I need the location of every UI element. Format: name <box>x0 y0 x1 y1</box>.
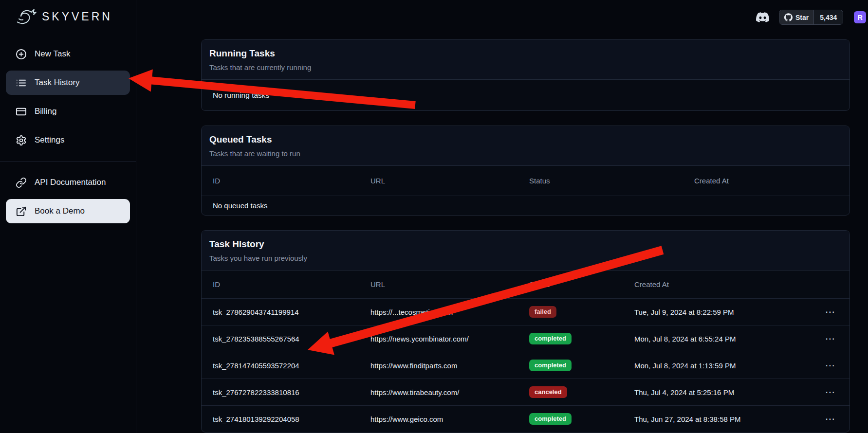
column-header-status: Status <box>529 177 694 185</box>
sidebar-item-new-task[interactable]: New Task <box>6 42 130 66</box>
task-url: https://...tecosmetics.com <box>370 308 529 316</box>
topbar-actions: Star 5,434 R S <box>756 10 868 25</box>
task-created-at: Thu, Jun 27, 2024 at 8:38:58 PM <box>634 415 825 423</box>
card-title: Queued Tasks <box>209 134 842 145</box>
task-created-at: Thu, Jul 4, 2024 at 5:25:16 PM <box>634 388 825 397</box>
skyvern-logo-icon <box>13 4 38 29</box>
column-header-id: ID <box>213 177 370 185</box>
task-created-at: Mon, Jul 8, 2024 at 6:55:24 PM <box>634 335 825 343</box>
github-star-segment: Star <box>779 10 813 24</box>
column-header-url: URL <box>370 280 529 289</box>
running-tasks-card: Running Tasks Tasks that are currently r… <box>201 39 850 111</box>
row-actions-button[interactable]: ⋯ <box>825 334 835 343</box>
task-id: tsk_278235388555267564 <box>213 335 370 343</box>
task-url: https://www.geico.com <box>370 415 529 423</box>
main-content: Running Tasks Tasks that are currently r… <box>201 39 850 433</box>
status-badge: failed <box>529 306 556 318</box>
sidebar-item-api-documentation[interactable]: API Documentation <box>6 170 130 195</box>
github-icon <box>784 13 793 21</box>
sidebar-item-label: API Documentation <box>35 178 106 187</box>
task-url: https://news.ycombinator.com/ <box>370 335 529 343</box>
queued-table-header: ID URL Status Created At <box>202 166 850 196</box>
task-id: tsk_278629043741199914 <box>213 308 370 316</box>
task-id: tsk_278147405593572204 <box>213 361 370 370</box>
sidebar-secondary-nav: API Documentation Book a Demo <box>0 170 136 223</box>
task-history-table-body: tsk_278629043741199914 https://...tecosm… <box>202 298 850 432</box>
task-id: tsk_274180139292204058 <box>213 415 370 423</box>
row-actions-button[interactable]: ⋯ <box>825 414 835 424</box>
task-id: tsk_276727822333810816 <box>213 388 370 397</box>
sidebar-divider <box>0 161 136 162</box>
column-header-created-at: Created At <box>634 280 825 289</box>
discord-icon <box>756 11 769 24</box>
link-icon <box>16 177 27 188</box>
running-tasks-empty: No running tasks <box>202 80 850 110</box>
sidebar-item-label: Task History <box>35 78 80 88</box>
running-tasks-header: Running Tasks Tasks that are currently r… <box>202 40 850 80</box>
column-header-url: URL <box>370 177 529 185</box>
task-row[interactable]: tsk_278147405593572204 https://www.findi… <box>202 352 850 379</box>
discord-button[interactable] <box>756 11 769 24</box>
queued-tasks-empty: No queued tasks <box>202 196 850 215</box>
queued-tasks-card: Queued Tasks Tasks that are waiting to r… <box>201 126 850 216</box>
user-avatar[interactable]: R <box>854 11 866 23</box>
sidebar: SKYVERN New Task Task History Billing Se… <box>0 0 136 433</box>
card-subtitle: Tasks that are currently running <box>209 63 842 72</box>
task-history-header: Task History Tasks you have run previous… <box>202 231 850 271</box>
credit-card-icon <box>16 106 27 117</box>
column-header-status: Status <box>529 280 634 289</box>
task-history-card: Task History Tasks you have run previous… <box>201 230 850 433</box>
list-icon <box>16 77 27 89</box>
sidebar-item-label: Billing <box>35 107 56 116</box>
task-url: https://www.tirabeauty.com/ <box>370 388 529 397</box>
plus-circle-icon <box>16 49 27 60</box>
queued-tasks-header: Queued Tasks Tasks that are waiting to r… <box>202 126 850 166</box>
sidebar-item-label: New Task <box>35 49 70 59</box>
github-star-count: 5,434 <box>813 10 843 24</box>
column-header-id: ID <box>213 280 370 289</box>
row-actions-button[interactable]: ⋯ <box>825 387 835 397</box>
sidebar-item-label: Settings <box>35 135 64 145</box>
status-badge: canceled <box>529 386 567 398</box>
card-title: Running Tasks <box>209 48 842 59</box>
card-subtitle: Tasks that are waiting to run <box>209 149 842 158</box>
row-actions-button[interactable]: ⋯ <box>825 361 835 370</box>
card-subtitle: Tasks you have run previously <box>209 254 842 262</box>
external-link-icon <box>16 206 27 217</box>
sidebar-item-task-history[interactable]: Task History <box>6 71 130 95</box>
sidebar-item-billing[interactable]: Billing <box>6 99 130 124</box>
row-actions-button[interactable]: ⋯ <box>825 307 835 317</box>
card-title: Task History <box>209 239 842 250</box>
status-badge: completed <box>529 360 572 371</box>
brand[interactable]: SKYVERN <box>0 0 136 29</box>
task-row[interactable]: tsk_278629043741199914 https://...tecosm… <box>202 298 850 325</box>
task-created-at: Mon, Jul 8, 2024 at 1:13:59 PM <box>634 361 825 370</box>
sidebar-item-settings[interactable]: Settings <box>6 128 130 152</box>
github-star-label: Star <box>795 14 809 21</box>
column-header-created-at: Created At <box>694 177 838 185</box>
brand-name: SKYVERN <box>42 10 112 23</box>
sidebar-item-book-a-demo[interactable]: Book a Demo <box>6 199 130 223</box>
gear-icon <box>16 135 27 146</box>
sidebar-nav: New Task Task History Billing Settings <box>0 42 136 152</box>
task-row[interactable]: tsk_278235388555267564 https://news.ycom… <box>202 325 850 352</box>
task-created-at: Tue, Jul 9, 2024 at 8:22:59 PM <box>634 308 825 316</box>
task-url: https://www.finditparts.com <box>370 361 529 370</box>
task-row[interactable]: tsk_276727822333810816 https://www.tirab… <box>202 379 850 405</box>
status-badge: completed <box>529 333 572 344</box>
status-badge: completed <box>529 413 572 425</box>
task-history-table-header: ID URL Status Created At <box>202 271 850 298</box>
task-row[interactable]: tsk_274180139292204058 https://www.geico… <box>202 405 850 432</box>
github-star-button[interactable]: Star 5,434 <box>779 10 843 25</box>
sidebar-item-label: Book a Demo <box>35 206 85 216</box>
